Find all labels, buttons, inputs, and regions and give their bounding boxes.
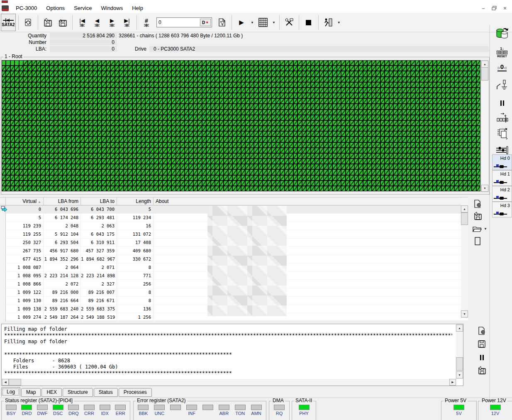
- menu-item-service[interactable]: Service: [69, 4, 96, 13]
- open-table-button[interactable]: ▼: [471, 223, 490, 234]
- hd-button-label: Hd 3: [500, 203, 510, 208]
- map-scroll-thumb[interactable]: [481, 67, 488, 81]
- hd-button-0[interactable]: Hd 0: [492, 154, 512, 170]
- record-glyph-icon: [109, 24, 115, 27]
- goto-dec-button[interactable]: D▼: [200, 19, 211, 26]
- chains-map-grid[interactable]: [2, 60, 480, 191]
- filter-button[interactable]: [215, 14, 229, 31]
- tab-processes[interactable]: Processes: [119, 388, 152, 397]
- hd-button-2[interactable]: Hd 2: [492, 186, 512, 202]
- log-scrollbar[interactable]: ▲ ▼: [456, 324, 463, 379]
- stop-button[interactable]: [302, 14, 316, 31]
- column-header-length[interactable]: Length: [117, 198, 154, 205]
- led-label: 5V: [456, 411, 461, 416]
- hd-button-label: Hd 2: [500, 187, 510, 192]
- led-label: DRQ: [68, 411, 78, 416]
- menu-item-options[interactable]: Options: [41, 4, 69, 13]
- group-title-status_register: Status register (SATA2)-[PIO4]: [4, 398, 74, 403]
- log-scroll-thumb[interactable]: [456, 357, 463, 371]
- run-button[interactable]: ▶: [234, 14, 249, 31]
- map-scrollbar[interactable]: ▲ ▼: [481, 60, 489, 192]
- log-scroll-down[interactable]: ▼: [456, 371, 463, 378]
- goto-number-button[interactable]: #: [139, 14, 154, 31]
- map-scroll-up[interactable]: ▲: [481, 61, 488, 68]
- minimize-button[interactable]: –: [478, 3, 489, 12]
- tab-log[interactable]: Log: [1, 387, 20, 397]
- column-header-about[interactable]: About: [154, 198, 461, 205]
- goto-number-input[interactable]: [157, 18, 201, 27]
- probe-circuit-icon: [496, 79, 508, 92]
- table-scroll-down[interactable]: ▼: [461, 310, 468, 317]
- grid-view-button[interactable]: [256, 14, 270, 31]
- probe-terminal-button[interactable]: [494, 78, 510, 93]
- led-label: BBK: [139, 411, 148, 416]
- hd-button-1[interactable]: Hd 1: [492, 170, 512, 186]
- refresh-button[interactable]: [21, 14, 35, 31]
- menu-item-help[interactable]: Help: [127, 4, 148, 13]
- column-header-virtual[interactable]: Virtual▲: [6, 198, 44, 205]
- log-hscrollbar[interactable]: ◀ ▶: [2, 379, 456, 386]
- clear-buffers-button[interactable]: [494, 126, 510, 141]
- tools-button[interactable]: [282, 14, 296, 31]
- save-map-button[interactable]: [56, 14, 70, 31]
- menu-item-pc-3000[interactable]: PC-3000: [11, 4, 41, 13]
- copy-database-button[interactable]: [494, 26, 510, 41]
- log-scroll-up[interactable]: ▲: [456, 325, 463, 332]
- log-line: ****************************************…: [4, 370, 452, 376]
- new-log-button[interactable]: [475, 325, 488, 336]
- red-down-arrow-icon: ▼: [205, 21, 209, 24]
- save-log-as-button[interactable]: [475, 365, 488, 376]
- log-hscroll-thumb[interactable]: [9, 379, 21, 386]
- table-scrollbar[interactable]: ▲ ▼: [461, 198, 468, 318]
- column-header-lba-from[interactable]: LBA from: [44, 198, 81, 205]
- led-label: UNC: [154, 411, 164, 416]
- pages-delete-icon: [496, 127, 508, 140]
- tab-map[interactable]: Map: [21, 388, 41, 397]
- grid-view-dropdown[interactable]: ▼: [271, 21, 277, 24]
- exit-task-button[interactable]: [321, 14, 335, 31]
- log-scroll-left[interactable]: ◀: [2, 379, 9, 386]
- log-toolbar: [475, 325, 488, 376]
- lba-label: LBA:: [0, 46, 46, 52]
- group-power_5v: Power 5V5V: [441, 401, 477, 420]
- zero-heads-button[interactable]: ▷0◁: [494, 61, 510, 76]
- led-12v: [490, 405, 501, 410]
- build-map-button[interactable]: [471, 198, 484, 209]
- close-button[interactable]: ×: [500, 3, 510, 12]
- open-table-dropdown[interactable]: ▼: [482, 227, 489, 231]
- pause-sidebar-button[interactable]: [494, 95, 510, 110]
- floppy-icon: [477, 340, 486, 348]
- quantity-label: Quantity: [0, 33, 46, 39]
- exit-task-dropdown[interactable]: ▼: [336, 21, 342, 24]
- record-glyph-icon: [124, 24, 130, 27]
- tab-structure[interactable]: Structure: [63, 388, 93, 397]
- save-log-button[interactable]: [475, 339, 488, 349]
- table-scroll-thumb[interactable]: [461, 212, 468, 225]
- log-line: ****************************************…: [4, 332, 452, 339]
- map-scroll-down[interactable]: ▼: [481, 185, 488, 192]
- table-scroll-up[interactable]: ▲: [461, 205, 468, 212]
- run-dropdown[interactable]: ▼: [249, 21, 256, 24]
- pause-log-button[interactable]: [475, 352, 488, 363]
- prev-record-button[interactable]: ◀: [90, 14, 104, 31]
- number-label: Number: [0, 39, 46, 45]
- log-scroll-right[interactable]: ▶: [449, 379, 456, 386]
- column-header-lba-to[interactable]: LBA to: [81, 198, 117, 205]
- group-error_register: Error register (SATA2)BBKUNCINFABRTONAMN: [133, 401, 266, 420]
- next-record-button[interactable]: ▶: [105, 14, 119, 31]
- new-page-button[interactable]: [471, 236, 484, 247]
- first-record-button[interactable]: |◀: [75, 14, 89, 31]
- sata2-port-button[interactable]: SATA2: [1, 14, 16, 31]
- save-table-button[interactable]: [471, 211, 484, 222]
- park-heads-button[interactable]: [494, 110, 510, 125]
- last-record-button[interactable]: ▶|: [120, 14, 134, 31]
- reset-counter-button[interactable]: 1↓ 0 0 0 RESET: [494, 44, 510, 61]
- tab-hex[interactable]: HEX: [41, 388, 62, 397]
- tab-status[interactable]: Status: [94, 388, 118, 397]
- load-map-button[interactable]: [41, 14, 55, 31]
- restore-button[interactable]: [489, 3, 500, 12]
- restore-icon: [492, 6, 497, 10]
- hd-button-3[interactable]: Hd 3: [492, 202, 512, 217]
- right-sidebar: 1↓ 0 0 0 RESET ▷0◁: [491, 25, 512, 398]
- menu-item-windows[interactable]: Windows: [96, 4, 127, 13]
